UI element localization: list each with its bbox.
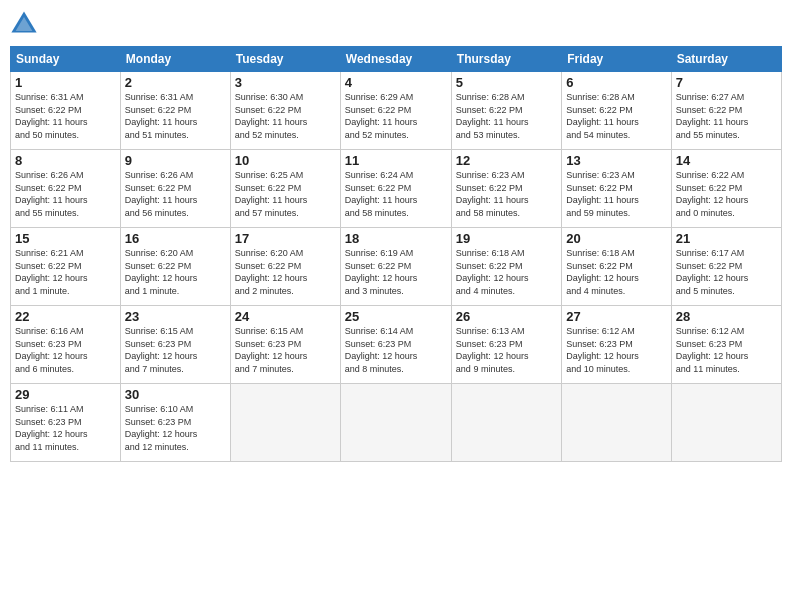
day-info: Sunrise: 6:14 AM Sunset: 6:23 PM Dayligh… xyxy=(345,325,447,375)
day-info: Sunrise: 6:15 AM Sunset: 6:23 PM Dayligh… xyxy=(235,325,336,375)
day-cell: 3Sunrise: 6:30 AM Sunset: 6:22 PM Daylig… xyxy=(230,72,340,150)
day-info: Sunrise: 6:16 AM Sunset: 6:23 PM Dayligh… xyxy=(15,325,116,375)
day-cell xyxy=(671,384,781,462)
day-cell xyxy=(340,384,451,462)
day-info: Sunrise: 6:27 AM Sunset: 6:22 PM Dayligh… xyxy=(676,91,777,141)
day-cell: 19Sunrise: 6:18 AM Sunset: 6:22 PM Dayli… xyxy=(451,228,561,306)
day-number: 15 xyxy=(15,231,116,246)
col-header-monday: Monday xyxy=(120,47,230,72)
day-info: Sunrise: 6:20 AM Sunset: 6:22 PM Dayligh… xyxy=(235,247,336,297)
day-cell: 25Sunrise: 6:14 AM Sunset: 6:23 PM Dayli… xyxy=(340,306,451,384)
day-cell: 20Sunrise: 6:18 AM Sunset: 6:22 PM Dayli… xyxy=(562,228,671,306)
day-info: Sunrise: 6:26 AM Sunset: 6:22 PM Dayligh… xyxy=(125,169,226,219)
week-row-5: 29Sunrise: 6:11 AM Sunset: 6:23 PM Dayli… xyxy=(11,384,782,462)
day-info: Sunrise: 6:17 AM Sunset: 6:22 PM Dayligh… xyxy=(676,247,777,297)
day-number: 29 xyxy=(15,387,116,402)
day-cell: 24Sunrise: 6:15 AM Sunset: 6:23 PM Dayli… xyxy=(230,306,340,384)
day-cell: 30Sunrise: 6:10 AM Sunset: 6:23 PM Dayli… xyxy=(120,384,230,462)
day-cell: 15Sunrise: 6:21 AM Sunset: 6:22 PM Dayli… xyxy=(11,228,121,306)
day-info: Sunrise: 6:24 AM Sunset: 6:22 PM Dayligh… xyxy=(345,169,447,219)
day-number: 28 xyxy=(676,309,777,324)
day-cell: 17Sunrise: 6:20 AM Sunset: 6:22 PM Dayli… xyxy=(230,228,340,306)
day-number: 21 xyxy=(676,231,777,246)
day-info: Sunrise: 6:29 AM Sunset: 6:22 PM Dayligh… xyxy=(345,91,447,141)
day-number: 26 xyxy=(456,309,557,324)
col-header-saturday: Saturday xyxy=(671,47,781,72)
week-row-4: 22Sunrise: 6:16 AM Sunset: 6:23 PM Dayli… xyxy=(11,306,782,384)
day-info: Sunrise: 6:30 AM Sunset: 6:22 PM Dayligh… xyxy=(235,91,336,141)
day-number: 10 xyxy=(235,153,336,168)
day-info: Sunrise: 6:19 AM Sunset: 6:22 PM Dayligh… xyxy=(345,247,447,297)
week-row-2: 8Sunrise: 6:26 AM Sunset: 6:22 PM Daylig… xyxy=(11,150,782,228)
day-number: 30 xyxy=(125,387,226,402)
day-cell: 28Sunrise: 6:12 AM Sunset: 6:23 PM Dayli… xyxy=(671,306,781,384)
day-info: Sunrise: 6:18 AM Sunset: 6:22 PM Dayligh… xyxy=(566,247,666,297)
day-cell: 29Sunrise: 6:11 AM Sunset: 6:23 PM Dayli… xyxy=(11,384,121,462)
day-cell xyxy=(230,384,340,462)
day-number: 11 xyxy=(345,153,447,168)
day-info: Sunrise: 6:15 AM Sunset: 6:23 PM Dayligh… xyxy=(125,325,226,375)
day-number: 1 xyxy=(15,75,116,90)
week-row-1: 1Sunrise: 6:31 AM Sunset: 6:22 PM Daylig… xyxy=(11,72,782,150)
day-info: Sunrise: 6:21 AM Sunset: 6:22 PM Dayligh… xyxy=(15,247,116,297)
day-info: Sunrise: 6:28 AM Sunset: 6:22 PM Dayligh… xyxy=(566,91,666,141)
day-number: 27 xyxy=(566,309,666,324)
day-number: 7 xyxy=(676,75,777,90)
day-cell: 6Sunrise: 6:28 AM Sunset: 6:22 PM Daylig… xyxy=(562,72,671,150)
day-info: Sunrise: 6:31 AM Sunset: 6:22 PM Dayligh… xyxy=(125,91,226,141)
day-info: Sunrise: 6:20 AM Sunset: 6:22 PM Dayligh… xyxy=(125,247,226,297)
day-info: Sunrise: 6:22 AM Sunset: 6:22 PM Dayligh… xyxy=(676,169,777,219)
day-number: 8 xyxy=(15,153,116,168)
page: SundayMondayTuesdayWednesdayThursdayFrid… xyxy=(0,0,792,612)
day-info: Sunrise: 6:18 AM Sunset: 6:22 PM Dayligh… xyxy=(456,247,557,297)
day-info: Sunrise: 6:26 AM Sunset: 6:22 PM Dayligh… xyxy=(15,169,116,219)
calendar: SundayMondayTuesdayWednesdayThursdayFrid… xyxy=(10,46,782,462)
day-number: 19 xyxy=(456,231,557,246)
day-cell: 9Sunrise: 6:26 AM Sunset: 6:22 PM Daylig… xyxy=(120,150,230,228)
col-header-thursday: Thursday xyxy=(451,47,561,72)
logo xyxy=(10,10,42,38)
col-header-wednesday: Wednesday xyxy=(340,47,451,72)
day-cell: 7Sunrise: 6:27 AM Sunset: 6:22 PM Daylig… xyxy=(671,72,781,150)
day-info: Sunrise: 6:28 AM Sunset: 6:22 PM Dayligh… xyxy=(456,91,557,141)
day-number: 20 xyxy=(566,231,666,246)
logo-icon xyxy=(10,10,38,38)
day-number: 25 xyxy=(345,309,447,324)
day-cell: 22Sunrise: 6:16 AM Sunset: 6:23 PM Dayli… xyxy=(11,306,121,384)
day-number: 17 xyxy=(235,231,336,246)
day-cell xyxy=(451,384,561,462)
day-cell: 23Sunrise: 6:15 AM Sunset: 6:23 PM Dayli… xyxy=(120,306,230,384)
day-cell: 18Sunrise: 6:19 AM Sunset: 6:22 PM Dayli… xyxy=(340,228,451,306)
day-cell: 14Sunrise: 6:22 AM Sunset: 6:22 PM Dayli… xyxy=(671,150,781,228)
day-cell: 8Sunrise: 6:26 AM Sunset: 6:22 PM Daylig… xyxy=(11,150,121,228)
day-number: 12 xyxy=(456,153,557,168)
day-cell: 27Sunrise: 6:12 AM Sunset: 6:23 PM Dayli… xyxy=(562,306,671,384)
day-number: 4 xyxy=(345,75,447,90)
day-cell: 2Sunrise: 6:31 AM Sunset: 6:22 PM Daylig… xyxy=(120,72,230,150)
day-info: Sunrise: 6:10 AM Sunset: 6:23 PM Dayligh… xyxy=(125,403,226,453)
day-number: 13 xyxy=(566,153,666,168)
day-number: 6 xyxy=(566,75,666,90)
day-number: 9 xyxy=(125,153,226,168)
day-number: 3 xyxy=(235,75,336,90)
day-info: Sunrise: 6:23 AM Sunset: 6:22 PM Dayligh… xyxy=(456,169,557,219)
day-number: 14 xyxy=(676,153,777,168)
day-cell: 13Sunrise: 6:23 AM Sunset: 6:22 PM Dayli… xyxy=(562,150,671,228)
day-info: Sunrise: 6:13 AM Sunset: 6:23 PM Dayligh… xyxy=(456,325,557,375)
col-header-sunday: Sunday xyxy=(11,47,121,72)
day-info: Sunrise: 6:12 AM Sunset: 6:23 PM Dayligh… xyxy=(676,325,777,375)
day-info: Sunrise: 6:11 AM Sunset: 6:23 PM Dayligh… xyxy=(15,403,116,453)
day-cell xyxy=(562,384,671,462)
day-cell: 26Sunrise: 6:13 AM Sunset: 6:23 PM Dayli… xyxy=(451,306,561,384)
header-row: SundayMondayTuesdayWednesdayThursdayFrid… xyxy=(11,47,782,72)
day-number: 22 xyxy=(15,309,116,324)
week-row-3: 15Sunrise: 6:21 AM Sunset: 6:22 PM Dayli… xyxy=(11,228,782,306)
day-info: Sunrise: 6:25 AM Sunset: 6:22 PM Dayligh… xyxy=(235,169,336,219)
header xyxy=(10,10,782,38)
day-cell: 12Sunrise: 6:23 AM Sunset: 6:22 PM Dayli… xyxy=(451,150,561,228)
day-info: Sunrise: 6:12 AM Sunset: 6:23 PM Dayligh… xyxy=(566,325,666,375)
day-number: 2 xyxy=(125,75,226,90)
day-cell: 4Sunrise: 6:29 AM Sunset: 6:22 PM Daylig… xyxy=(340,72,451,150)
day-cell: 1Sunrise: 6:31 AM Sunset: 6:22 PM Daylig… xyxy=(11,72,121,150)
day-info: Sunrise: 6:31 AM Sunset: 6:22 PM Dayligh… xyxy=(15,91,116,141)
